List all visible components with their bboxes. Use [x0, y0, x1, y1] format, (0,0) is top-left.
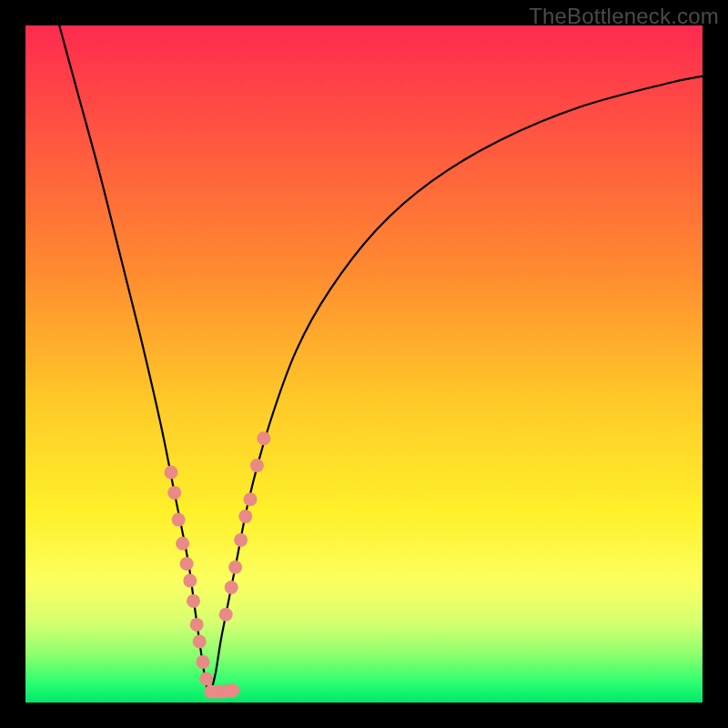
scatter-dot — [176, 537, 189, 551]
watermark-text: TheBottleneck.com — [529, 4, 719, 29]
scatter-dot — [225, 581, 238, 594]
scatter-dot — [250, 459, 264, 472]
scatter-dot — [190, 618, 204, 632]
scatter-dot — [234, 533, 248, 547]
plot-area — [25, 25, 703, 703]
scatter-dot — [238, 510, 252, 523]
scatter-dot — [193, 635, 207, 649]
scatter-dot — [226, 683, 239, 697]
scatter-dot — [228, 561, 242, 574]
scatter-dot — [257, 431, 270, 445]
curve-layer — [25, 25, 703, 703]
scatter-dot — [219, 608, 233, 622]
chart-frame: TheBottleneck.com — [0, 0, 728, 728]
bottleneck-curve — [59, 25, 703, 693]
scatter-dot — [187, 594, 200, 608]
scatter-dot — [180, 557, 194, 571]
scatter-dot — [196, 655, 209, 669]
scatter-dot — [244, 492, 258, 506]
scatter-dot — [165, 466, 178, 480]
scatter-dot — [199, 672, 213, 686]
scatter-dot — [167, 486, 181, 500]
scatter-dot — [183, 574, 197, 588]
scatter-dot — [172, 513, 186, 527]
